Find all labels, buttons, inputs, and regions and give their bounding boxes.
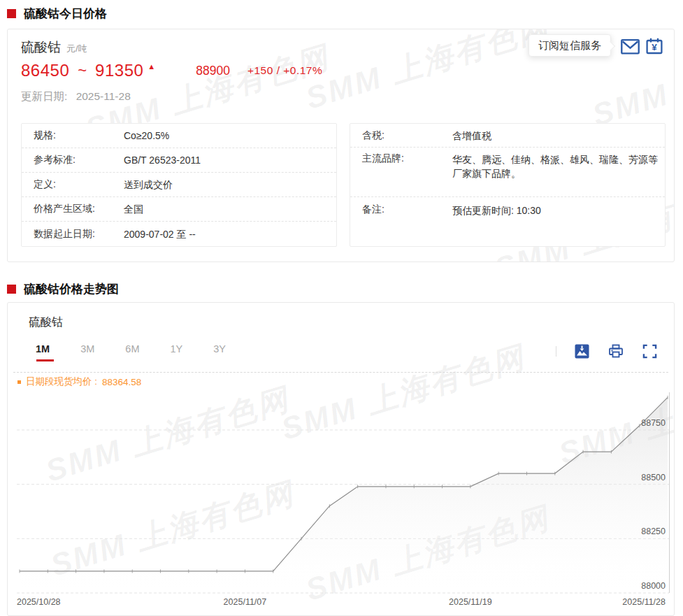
price-low: 86450	[21, 61, 69, 80]
spec-row: 数据起止日期: 2009-07-02 至 --	[22, 222, 336, 246]
legend-value: 88364.58	[102, 377, 141, 387]
x-axis-label: 2025/11/07	[224, 597, 267, 607]
red-square-bullet	[7, 9, 16, 18]
price-card: SMM 上海有色网 SMM 上海有色网 SMM 上海有色网 SMM 上海有色网 …	[7, 29, 675, 262]
save-image-icon	[575, 344, 589, 359]
spec-label: 定义:	[27, 178, 124, 191]
product-name: 硫酸钴	[21, 40, 61, 55]
print-button[interactable]	[608, 343, 624, 359]
subscribe-sms-tooltip[interactable]: 订阅短信服务	[529, 34, 611, 57]
y-axis-label: 88500	[641, 473, 666, 482]
spec-label: 含税:	[356, 129, 452, 142]
trend-chart-card: SMM 上海有色网 SMM 上海有色网 SMM 上海有色网 SMM 上海有色网 …	[7, 302, 675, 616]
update-date-label: 更新日期:	[21, 90, 67, 102]
tab-1y[interactable]: 1Y	[170, 343, 182, 354]
fullscreen-icon	[642, 344, 657, 359]
spec-value: 预估更新时间: 10:30	[452, 203, 659, 217]
price-subscribe-button[interactable]: ¥	[645, 36, 664, 57]
tab-3m[interactable]: 3M	[80, 343, 94, 354]
chart-legend-item[interactable]: 日期段现货均价 : 88364.58	[17, 375, 141, 388]
price-average: 88900	[196, 64, 230, 78]
spec-table-left: 规格: Co≥20.5% 参考标准: GB/T 26523-2011 定义: 送…	[21, 123, 337, 247]
price-up-arrow-icon: ▲	[148, 62, 155, 71]
section-title-text: 硫酸钴价格走势图	[24, 281, 119, 297]
trend-plot-area: 880008825088500887502025/10/282025/11/07…	[8, 388, 675, 616]
svg-text:¥: ¥	[652, 42, 657, 52]
price-row: 86450 ~ 91350 ▲ 88900 +150 / +0.17%	[21, 61, 322, 80]
period-tabs: 1M 3M 6M 1Y 3Y	[36, 343, 257, 354]
spec-label: 备注:	[356, 203, 452, 216]
spec-value: GB/T 26523-2011	[124, 153, 331, 167]
watermark: SMM 上海有色网	[301, 29, 554, 120]
toolbar-divider	[556, 346, 556, 357]
mail-icon	[620, 36, 640, 57]
spec-value: 含增值税	[452, 129, 659, 143]
yen-ticket-icon: ¥	[645, 36, 664, 57]
spec-value: 华友、腾远、佳纳、格派、雄风、瑞隆、芳源等厂家旗下品牌。	[452, 152, 659, 180]
y-axis-label: 88250	[641, 527, 666, 536]
y-axis-label: 88750	[641, 418, 666, 428]
price-trend-chart[interactable]: 880008825088500887502025/10/282025/11/07…	[8, 388, 675, 616]
section-title-trend-chart: 硫酸钴价格走势图	[7, 281, 119, 297]
spec-label: 数据起止日期:	[27, 228, 124, 241]
price-unit: 元/吨	[66, 43, 87, 54]
spec-row: 定义: 送到成交价	[22, 173, 336, 197]
tab-1m[interactable]: 1M	[36, 343, 50, 354]
fullscreen-button[interactable]	[642, 344, 657, 359]
legend-marker-icon	[17, 380, 21, 384]
tab-3y[interactable]: 3Y	[213, 343, 226, 354]
spec-row: 主流品牌: 华友、腾远、佳纳、格派、雄风、瑞隆、芳源等厂家旗下品牌。	[350, 148, 665, 197]
area-fill	[20, 397, 668, 593]
spec-label: 参考标准:	[27, 154, 124, 166]
red-square-bullet	[7, 285, 16, 294]
spec-table-right: 含税: 含增值税 主流品牌: 华友、腾远、佳纳、格派、雄风、瑞隆、芳源等厂家旗下…	[350, 123, 666, 247]
price-range-separator: ~	[78, 62, 87, 80]
spec-value: Co≥20.5%	[124, 129, 331, 143]
spec-value: 送到成交价	[124, 178, 331, 192]
product-name-row: 硫酸钴元/吨	[21, 38, 87, 57]
spec-label: 价格产生区域:	[27, 203, 124, 215]
dashed-separator	[13, 372, 668, 373]
section-title-today-price: 硫酸钴今日价格	[7, 6, 107, 22]
spec-row: 备注: 预估更新时间: 10:30	[350, 197, 665, 247]
spec-value: 全国	[124, 202, 331, 216]
tab-6m[interactable]: 6M	[125, 343, 139, 354]
save-image-button[interactable]	[575, 344, 589, 359]
price-high: 91350	[95, 61, 143, 80]
x-axis-label: 2025/11/19	[449, 597, 492, 607]
price-change: +150 / +0.17%	[247, 64, 322, 77]
y-axis-label: 88000	[641, 581, 666, 591]
x-axis-label: 2025/11/28	[622, 597, 666, 607]
spec-row: 参考标准: GB/T 26523-2011	[22, 148, 336, 173]
spec-row: 规格: Co≥20.5%	[22, 124, 336, 148]
spec-value: 2009-07-02 至 --	[124, 227, 331, 241]
subscribe-mail-button[interactable]	[620, 36, 640, 57]
spec-label: 规格:	[27, 129, 124, 142]
spec-row: 价格产生区域: 全国	[22, 197, 336, 222]
chart-toolbar	[556, 343, 659, 359]
chart-product-title: 硫酸钴	[29, 315, 64, 330]
printer-icon	[608, 343, 624, 359]
spec-label: 主流品牌:	[356, 152, 452, 165]
legend-label: 日期段现货均价 :	[26, 375, 97, 388]
x-axis-label: 2025/10/28	[17, 597, 61, 607]
update-date-row: 更新日期: 2025-11-28	[21, 89, 131, 104]
section-title-text: 硫酸钴今日价格	[24, 6, 107, 22]
update-date-value: 2025-11-28	[76, 90, 131, 102]
spec-row: 含税: 含增值税	[350, 124, 665, 148]
